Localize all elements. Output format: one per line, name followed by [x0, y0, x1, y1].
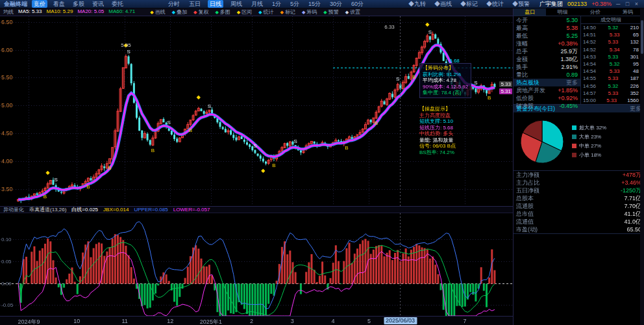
- toolbar-item-画线[interactable]: ◆画线: [150, 8, 165, 16]
- stock-name: 广宇集团: [539, 0, 563, 8]
- stat-row: 流通股7.70亿: [514, 202, 644, 210]
- hot-sector-bar[interactable]: 热点板块更多: [514, 79, 580, 86]
- quote-row: 换手2.91%: [514, 63, 580, 71]
- fund-flow-pie-section: 超大单 32%大单 23%中单 27%小单 18%: [514, 112, 644, 171]
- period-tab-1分[interactable]: 1分: [270, 0, 283, 8]
- titlebar-item-委托[interactable]: 委托: [110, 0, 125, 8]
- toolbar-item-叠加[interactable]: ◆叠加: [172, 8, 187, 16]
- toolbar-item-预警[interactable]: ◆预警: [323, 8, 338, 16]
- stock-code: 002133: [567, 1, 587, 7]
- titlebar-item-竞价[interactable]: 竞价: [32, 0, 47, 8]
- stat-label: 总股本: [516, 194, 534, 202]
- quote-label: 换手: [516, 63, 528, 71]
- tick-time: 14:57: [583, 90, 596, 97]
- hot-sector-more-link[interactable]: 更多: [566, 79, 578, 86]
- side-scrollbar-thumb[interactable]: [641, 20, 643, 54]
- toolbar-item-区间[interactable]: ◆区间: [237, 8, 252, 16]
- period-tab-周线[interactable]: 周线: [229, 0, 244, 8]
- quote-label: 总手: [516, 47, 528, 55]
- quote-row: 最低5.25: [514, 32, 580, 40]
- titlebar-tool-画线[interactable]: ◆画线: [432, 0, 454, 8]
- stat-row: 主力占比+3.46%: [514, 179, 644, 187]
- side-tab-明细[interactable]: 明细: [546, 8, 578, 16]
- quote-row: 今开5.30: [514, 16, 580, 24]
- hot-sector-name: 房地产开发: [516, 86, 545, 94]
- pie-legend-label: 中单 27%: [579, 142, 601, 150]
- tick-list[interactable]: 成交明细 14:505.3221014:515.336514:525.33132…: [581, 16, 641, 104]
- tick-time: 14:50: [583, 24, 596, 31]
- date-axis-label: 10: [73, 318, 80, 324]
- tick-row: 14:575.33352: [581, 90, 641, 97]
- stat-row: 五日净额-1250万: [514, 187, 644, 194]
- titlebar-tool-九转[interactable]: ◆九转: [406, 0, 428, 8]
- titlebar-item-多股[interactable]: 多股: [71, 0, 86, 8]
- 统计-icon: ◆: [258, 10, 262, 14]
- hot-sector-change: +1.85%: [558, 86, 578, 94]
- period-tab-分时[interactable]: 分时: [166, 0, 182, 8]
- tick-row: 14:515.3365: [581, 31, 641, 38]
- 超大单-swatch-icon: [572, 125, 576, 130]
- period-tab-15分[interactable]: 15分: [306, 0, 323, 8]
- toolbar-item-多图[interactable]: ◆多图: [215, 8, 230, 16]
- titlebar-item-看盘[interactable]: 看盘: [51, 0, 67, 8]
- tick-row: 14:545.3348: [581, 68, 641, 75]
- stat-label: 主力净额: [516, 171, 539, 179]
- period-tab-60分[interactable]: 60分: [349, 0, 365, 8]
- pie-legend-label: 超大单 32%: [579, 124, 606, 131]
- toolbar-item-label: 设置: [350, 9, 360, 15]
- toolbar-item-label: 复权: [198, 9, 208, 15]
- stat-value: 65.50: [626, 226, 641, 233]
- toolbar-item-复权[interactable]: ◆复权: [193, 8, 208, 16]
- tick-row: 14:555.33187: [581, 75, 641, 82]
- indicator-canvas[interactable]: [0, 213, 513, 316]
- quote-row: 金额1.38亿: [514, 55, 580, 63]
- period-tab-30分[interactable]: 30分: [328, 0, 344, 8]
- toolbar-item-筹码[interactable]: ◆筹码: [302, 8, 317, 16]
- indicator-header-seg: 乖离通道(13,26): [29, 206, 66, 213]
- quote-row: 量比0.89: [514, 71, 580, 79]
- period-tab-月线[interactable]: 月线: [249, 0, 265, 8]
- toolbar-item-统计[interactable]: ◆统计: [258, 8, 273, 16]
- main-chart-canvas[interactable]: [0, 16, 513, 206]
- ma-legend-seg: MA60: 4.71: [108, 8, 135, 16]
- date-axis[interactable]: 2024年91011122025年1234572025/06/03: [0, 316, 513, 325]
- toolbar-item-label: 标记: [285, 9, 295, 15]
- period-tab-日线[interactable]: 日线: [208, 0, 223, 8]
- titlebar-tool-统计[interactable]: ◆统计: [484, 0, 506, 8]
- period-tab-五日[interactable]: 五日: [187, 0, 203, 8]
- news-area: [514, 234, 644, 238]
- 小单-swatch-icon: [572, 153, 576, 157]
- tick-volume: 78: [633, 46, 639, 53]
- pie-legend-label: 小单 18%: [579, 151, 601, 159]
- ma-legend: 均线MA5: 5.33MA10: 5.29MA20: 5.05MA60: 4.7…: [3, 8, 135, 16]
- stat-row: 主力净额+478万: [514, 171, 644, 179]
- stat-label: 市盈(动): [516, 226, 538, 233]
- titlebar-item-资讯[interactable]: 资讯: [90, 0, 106, 8]
- hot-sector-row[interactable]: 低价股+0.92%: [514, 94, 580, 102]
- stat-label: 主力占比: [516, 179, 539, 187]
- tick-row: 14:525.3478: [581, 46, 641, 53]
- side-tab-分价[interactable]: 分价: [579, 8, 612, 16]
- titlebar-tool-标记[interactable]: ◆标记: [458, 0, 480, 8]
- side-tab-筹码[interactable]: 筹码: [612, 8, 644, 16]
- 标记-icon: ◆: [280, 10, 284, 14]
- side-scrollbar[interactable]: [640, 8, 644, 325]
- stat-label: 流通股: [516, 202, 534, 210]
- toolbar-item-标记[interactable]: ◆标记: [280, 8, 295, 16]
- hot-sector-row[interactable]: 房地产开发+1.85%: [514, 86, 580, 94]
- quote-row: 最高5.38: [514, 24, 580, 32]
- side-tabs: 盘口明细分价筹码: [514, 8, 644, 16]
- toolbar-item-设置[interactable]: ◆设置: [345, 8, 360, 16]
- tick-price: 5.33: [608, 38, 619, 46]
- tick-time: 14:55: [583, 75, 596, 82]
- titlebar-tool-预警[interactable]: ◆预警: [510, 0, 532, 8]
- titlebar-left: 金融终端 竞价看盘多股资讯委托: [0, 0, 129, 8]
- tick-price: 5.32: [610, 60, 620, 68]
- window-buttons[interactable]: ─ □ ×: [616, 1, 640, 7]
- side-tab-盘口[interactable]: 盘口: [514, 8, 546, 16]
- toolbar: 均线MA5: 5.33MA10: 5.29MA20: 5.05MA60: 4.7…: [0, 8, 513, 16]
- tick-volume: 352: [630, 90, 639, 97]
- date-axis-label: 2025年1: [200, 318, 222, 325]
- 设置-icon: ◆: [345, 10, 349, 14]
- period-tab-5分[interactable]: 5分: [288, 0, 301, 8]
